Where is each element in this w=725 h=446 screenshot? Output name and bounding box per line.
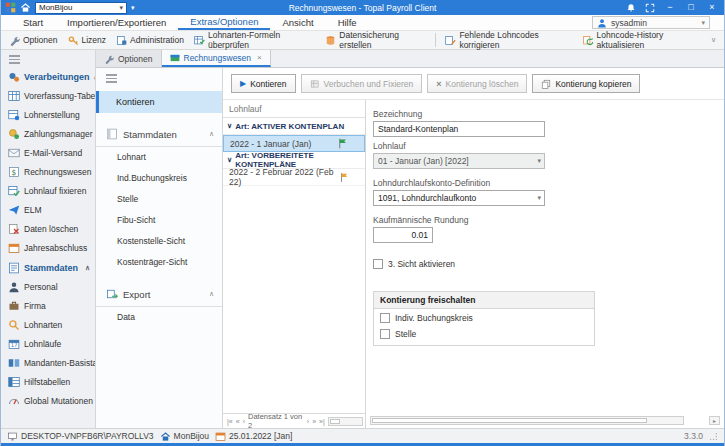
user-dropdown[interactable]: sysadmin ▾ xyxy=(592,16,710,29)
menu-extras-optionen[interactable]: Extras/Optionen xyxy=(178,15,270,30)
payroll-create-icon xyxy=(8,109,20,121)
nav-item-kostentraeger-sicht[interactable]: Kostenträger-Sicht xyxy=(96,252,222,273)
administration-icon xyxy=(116,35,127,46)
menu-ansicht[interactable]: Ansicht xyxy=(270,15,325,30)
toolbar-lohnarten-formeln[interactable]: Lohnarten-Formeln überprüfen xyxy=(190,32,319,48)
menu-importieren-exportieren[interactable]: Importieren/Exportieren xyxy=(55,15,178,30)
nav-menu-button[interactable] xyxy=(96,68,222,87)
scrollbar-right-button[interactable]: ▸ xyxy=(709,416,720,425)
minimize-button[interactable]: − xyxy=(664,3,676,12)
sidebar-item-vorerfassung-tabelle[interactable]: Vorerfassung-Tabelle xyxy=(1,87,95,106)
tab-close-icon[interactable]: × xyxy=(257,53,262,62)
tab-rechnungswesen[interactable]: Rechnungswesen × xyxy=(162,50,271,67)
client-selector[interactable]: MonBijou ▾ xyxy=(35,2,127,14)
nav-item-ind-buchungskreis[interactable]: Ind.Buchungskreis xyxy=(96,168,222,189)
list-horizontal-scrollbar[interactable] xyxy=(328,417,363,426)
pagination-prev-icon[interactable]: ‹ xyxy=(243,418,245,425)
tab-optionen[interactable]: Optionen xyxy=(96,50,162,67)
checkbox-unchecked[interactable] xyxy=(373,259,383,269)
nav-item-lohnart[interactable]: Lohnart xyxy=(96,147,222,168)
backup-disks-icon xyxy=(325,35,336,46)
chevron-up-icon: ∧ xyxy=(85,264,90,272)
nav-item-data[interactable]: Data xyxy=(96,307,222,328)
sidebar-item-firma[interactable]: Firma xyxy=(1,297,95,316)
quick-access-dropdown-icon[interactable]: ▾ xyxy=(131,4,135,12)
work-area: Optionen Rechnungswesen × Kontieren xyxy=(96,50,724,428)
bell-icon[interactable] xyxy=(626,3,636,13)
sidebar-item-mandanten-basistabellen[interactable]: Mandanten-Basistabellen xyxy=(1,354,95,373)
chevron-down-icon: ▾ xyxy=(119,4,123,12)
nav-item-fibu-sicht[interactable]: Fibu-Sicht xyxy=(96,210,222,231)
sidebar-item-hilfstabellen[interactable]: Hilfstabellen xyxy=(1,373,95,392)
sidebar-item-jahresabschluss[interactable]: Jahresabschluss xyxy=(1,239,95,258)
accounting-tab-icon xyxy=(170,53,180,63)
button-label: Kontierung kopieren xyxy=(555,79,631,89)
checkbox-unchecked[interactable] xyxy=(380,329,390,339)
pagination-fast-next-icon[interactable]: » xyxy=(312,418,316,425)
rundung-field[interactable]: 0.01 xyxy=(373,227,433,243)
fullscreen-icon[interactable] xyxy=(645,3,655,13)
kontierung-kopieren-button[interactable]: Kontierung kopieren xyxy=(532,74,640,93)
history-refresh-icon xyxy=(583,35,594,46)
ldk-select[interactable]: 1091, Lohndurchlaufkonto ▾ xyxy=(373,190,545,206)
close-button[interactable]: × xyxy=(706,3,718,12)
sicht-checkbox-row[interactable]: 3. Sicht aktivieren xyxy=(373,259,724,269)
verbuchen-fixieren-button[interactable]: Verbuchen und Fixieren xyxy=(301,74,423,93)
group-header-aktiver-kontenplan[interactable]: ∨ Art: AKTIVER KONTENPLAN xyxy=(223,118,365,135)
sidebar-item-zahlungsmanager[interactable]: Zahlungsmanager xyxy=(1,125,95,144)
pagination-fast-prev-icon[interactable]: « xyxy=(236,418,240,425)
chevron-down-icon: ∨ xyxy=(227,156,232,164)
stelle-checkbox-row[interactable]: Stelle xyxy=(374,325,594,345)
kontieren-button[interactable]: ▶ Kontieren xyxy=(231,74,296,93)
toolbar-optionen[interactable]: Optionen xyxy=(5,32,62,48)
toolbar-datensicherung[interactable]: Datensicherung erstellen xyxy=(321,32,430,48)
kontierung-loeschen-button[interactable]: × Kontierung löschen xyxy=(427,74,527,93)
checkbox-unchecked[interactable] xyxy=(380,313,390,323)
home-icon[interactable] xyxy=(20,2,31,13)
menu-hilfe[interactable]: Hilfe xyxy=(326,15,369,30)
maximize-button[interactable]: □ xyxy=(685,3,697,12)
nav-item-kontieren[interactable]: Kontieren xyxy=(96,91,222,113)
nav-section-export[interactable]: Export ∧ xyxy=(96,283,222,307)
sidebar-item-lohnlauf-fixieren[interactable]: Lohnlauf fixieren xyxy=(1,182,95,201)
nav-section-label: Stammdaten xyxy=(123,129,177,140)
play-icon: ▶ xyxy=(240,79,246,88)
sidebar-item-daten-loeschen[interactable]: Daten löschen xyxy=(1,220,95,239)
sidebar-section-verarbeitungen[interactable]: Verarbeitungen ∧ xyxy=(1,67,95,87)
toolbar-fehlende-lohncodes[interactable]: Fehlende Lohncodes korrigieren xyxy=(441,32,576,48)
sidebar-item-email-versand[interactable]: E-Mail-Versand xyxy=(1,144,95,163)
table-icon xyxy=(8,90,20,102)
bezeichnung-field[interactable]: Standard-Kontenplan xyxy=(373,121,545,137)
list-column-header[interactable]: Lohnlauf xyxy=(223,100,365,118)
sidebar-item-lohnerstellung[interactable]: Lohnerstellung xyxy=(1,106,95,125)
sidebar-item-lohnlaeufe[interactable]: 17 Lohnläufe xyxy=(1,335,95,354)
sidebar-section-stammdaten[interactable]: Stammdaten ∧ xyxy=(1,258,95,278)
pagination-next-icon[interactable]: › xyxy=(307,418,309,425)
toolbar-lizenz[interactable]: Lizenz xyxy=(64,32,111,48)
nav-item-kostenstelle-sicht[interactable]: Kostenstelle-Sicht xyxy=(96,231,222,252)
indiv-buchungskreis-checkbox-row[interactable]: Indiv. Buchungskreis xyxy=(374,309,594,325)
sidebar-item-lohnarten[interactable]: Lohnarten xyxy=(1,316,95,335)
sidebar-menu-button[interactable] xyxy=(1,50,95,67)
lohnlauf-select[interactable]: 01 - Januar (Jan) [2022] ▾ xyxy=(373,153,545,169)
nav-item-stelle[interactable]: Stelle xyxy=(96,189,222,210)
toolbar-lohncode-history[interactable]: Lohncode-History aktualisieren xyxy=(579,32,709,48)
list-row-februar[interactable]: 2022 - 2 Februar 2022 (Feb 22) xyxy=(223,169,365,186)
resize-grip-icon[interactable] xyxy=(709,432,718,441)
ribbon-collapse-icon[interactable]: ∨ xyxy=(711,36,720,44)
pagination-last-icon[interactable]: »| xyxy=(319,418,325,425)
toolbar-administration[interactable]: Administration xyxy=(112,32,188,48)
row-label: 2022 - 2 Februar 2022 (Feb 22) xyxy=(229,167,339,187)
nav-section-stammdaten[interactable]: Stammdaten ∧ xyxy=(96,123,222,147)
sidebar-item-rechnungswesen[interactable]: $ Rechnungswesen xyxy=(1,163,95,182)
sidebar-item-label: ELM xyxy=(24,205,41,215)
lohnlauf-list-panel: Lohnlauf ∨ Art: AKTIVER KONTENPLAN 2022 … xyxy=(223,100,366,428)
list-row-januar[interactable]: 2022 - 1 Januar (Jan) xyxy=(223,135,365,152)
menu-start[interactable]: Start xyxy=(11,15,55,30)
chevron-up-icon: ∧ xyxy=(209,290,214,298)
sidebar-item-personal[interactable]: Personal xyxy=(1,278,95,297)
form-horizontal-scrollbar[interactable] xyxy=(370,416,684,425)
pagination-first-icon[interactable]: |« xyxy=(227,418,233,425)
sidebar-item-global-mutationen[interactable]: Global Mutationen xyxy=(1,392,95,411)
sidebar-item-elm[interactable]: ELM xyxy=(1,201,95,220)
